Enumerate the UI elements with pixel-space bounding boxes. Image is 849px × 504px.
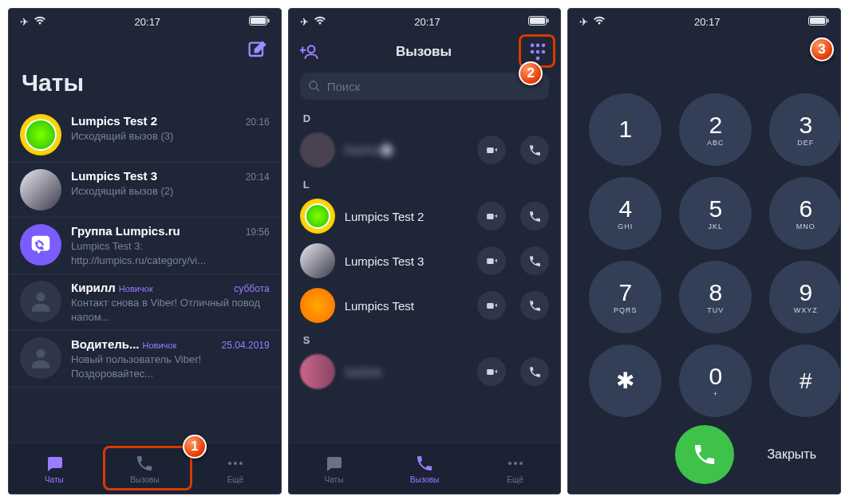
key-9[interactable]: 9WXYZ xyxy=(769,261,841,333)
section-header: L xyxy=(289,172,561,194)
tab-more[interactable]: Ещё xyxy=(470,443,561,494)
status-bar: ✈ 20:17 xyxy=(289,9,561,34)
contact-row[interactable]: Lumpics Test 2 xyxy=(289,194,561,238)
tab-chats[interactable]: Чаты xyxy=(289,443,380,494)
video-call-button[interactable] xyxy=(477,136,506,164)
number-display xyxy=(568,34,840,85)
svg-rect-30 xyxy=(810,18,825,24)
chat-name: Водитель...Новичок xyxy=(71,337,176,351)
keypad-icon[interactable] xyxy=(527,41,549,63)
status-time: 20:17 xyxy=(135,16,161,28)
tab-chats[interactable]: Чаты xyxy=(9,443,100,494)
key-0[interactable]: 0+ xyxy=(679,345,752,417)
airplane-icon: ✈ xyxy=(579,16,588,28)
svg-point-7 xyxy=(234,462,237,465)
svg-point-28 xyxy=(519,462,523,465)
key-6[interactable]: 6MNO xyxy=(769,177,841,250)
chat-subtitle: Исходящий вызов (2) xyxy=(71,184,270,199)
wifi-icon xyxy=(314,16,326,28)
key-4[interactable]: 4GHI xyxy=(589,177,661,250)
marker-3: 3 xyxy=(810,37,834,61)
avatar xyxy=(20,337,61,379)
key-star[interactable]: ✱ xyxy=(589,345,661,417)
svg-rect-1 xyxy=(251,18,266,24)
tab-bar: Чаты Вызовы Ещё xyxy=(9,443,281,494)
voice-call-button[interactable] xyxy=(520,202,549,230)
screen-keypad: ✈ 20:17 1 2ABC 3DEF 4GHI 5JKL 6MNO 7PQRS… xyxy=(567,8,841,494)
key-8[interactable]: 8TUV xyxy=(679,261,752,333)
voice-call-button[interactable] xyxy=(520,357,549,386)
voice-call-button[interactable] xyxy=(520,291,549,320)
key-7[interactable]: 7PQRS xyxy=(589,261,661,333)
chat-row[interactable]: Водитель...Новичок 25.04.2019 Новый поль… xyxy=(9,331,281,388)
contact-row[interactable]: Lumpics Test 3 xyxy=(289,238,561,283)
tab-calls[interactable]: Вызовы xyxy=(379,443,470,494)
voice-call-button[interactable] xyxy=(520,246,549,275)
chat-name: Lumpics Test 2 xyxy=(71,114,157,128)
status-bar: ✈ 20:17 xyxy=(9,9,281,34)
svg-rect-25 xyxy=(487,368,494,374)
svg-rect-23 xyxy=(487,258,494,263)
tab-calls[interactable]: Вызовы xyxy=(100,443,191,494)
close-button[interactable]: Закрыть xyxy=(754,447,819,462)
svg-point-16 xyxy=(531,50,535,54)
chat-row[interactable]: Lumpics Test 3 20:14 Исходящий вызов (2) xyxy=(9,163,281,218)
search-input[interactable]: Поиск xyxy=(300,73,550,100)
section-header: D xyxy=(289,106,561,128)
key-1[interactable]: 1 xyxy=(589,93,661,166)
avatar xyxy=(300,199,335,234)
tab-label: Чаты xyxy=(45,475,64,484)
contact-name: Lumpics Test 3 xyxy=(345,254,464,268)
compose-icon[interactable] xyxy=(246,39,268,61)
svg-rect-2 xyxy=(267,18,269,22)
video-call-button[interactable] xyxy=(477,202,506,230)
avatar xyxy=(20,114,61,156)
tab-label: Ещё xyxy=(227,475,243,484)
chat-subtitle: Новый пользователь Viber! Поздоровайтес.… xyxy=(71,352,270,380)
voice-call-button[interactable] xyxy=(520,136,549,164)
svg-point-27 xyxy=(514,462,517,465)
page-title: Чаты xyxy=(9,63,281,108)
contact-name: Lumpics Test xyxy=(345,299,464,313)
key-hash[interactable]: # xyxy=(769,345,841,417)
avatar xyxy=(20,281,61,322)
chat-row[interactable]: КириллНовичок суббота Контакт снова в Vi… xyxy=(9,274,281,331)
wifi-icon xyxy=(34,16,46,28)
status-bar: ✈ 20:17 xyxy=(568,9,840,34)
svg-point-20 xyxy=(310,81,317,89)
svg-point-8 xyxy=(239,462,243,465)
add-contact-icon[interactable] xyxy=(300,41,321,62)
chat-time: суббота xyxy=(234,283,269,294)
airplane-icon: ✈ xyxy=(300,16,309,28)
chat-name: Lumpics Test 3 xyxy=(71,169,157,183)
chat-row[interactable]: Группа Lumpics.ru 19:56 Lumpics Test 3: … xyxy=(9,218,281,274)
chat-time: 20:14 xyxy=(246,171,270,183)
key-2[interactable]: 2ABC xyxy=(679,93,752,166)
search-placeholder: Поиск xyxy=(327,80,361,93)
avatar xyxy=(20,169,61,211)
battery-icon xyxy=(249,16,270,28)
key-3[interactable]: 3DEF xyxy=(769,93,841,166)
svg-point-26 xyxy=(508,462,511,465)
video-call-button[interactable] xyxy=(477,246,506,275)
svg-point-13 xyxy=(531,44,535,48)
video-call-button[interactable] xyxy=(477,357,506,386)
avatar xyxy=(300,132,335,167)
contact-row[interactable]: Lumpics Test xyxy=(289,283,561,328)
contact-name: SaShA xyxy=(345,365,464,379)
call-button[interactable] xyxy=(675,425,734,484)
chat-time: 25.04.2019 xyxy=(222,340,270,351)
new-tag: Новичок xyxy=(119,284,153,293)
svg-rect-11 xyxy=(547,18,549,22)
key-5[interactable]: 5JKL xyxy=(679,177,752,250)
svg-point-6 xyxy=(228,462,231,465)
chat-name: Группа Lumpics.ru xyxy=(71,224,180,238)
chat-row[interactable]: Lumpics Test 2 20:16 Исходящий вызов (3) xyxy=(9,108,281,163)
video-call-button[interactable] xyxy=(477,291,506,320)
contact-row[interactable]: Dasha🌸 xyxy=(289,128,561,172)
chat-subtitle: Lumpics Test 3: http://lumpics.ru/catego… xyxy=(71,239,270,267)
wifi-icon xyxy=(593,16,606,28)
svg-point-15 xyxy=(542,44,546,48)
contact-row[interactable]: SaShA xyxy=(289,349,561,394)
chat-time: 19:56 xyxy=(246,226,270,238)
